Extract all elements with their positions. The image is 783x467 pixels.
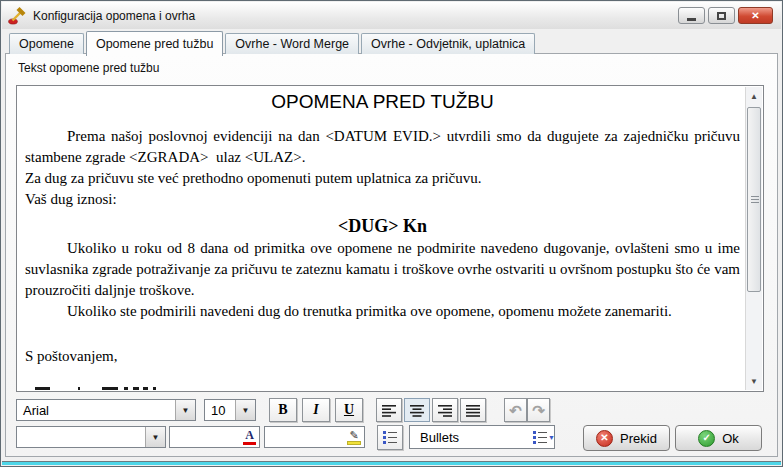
title-bar[interactable]: Konfiguracija opomena i ovrha ✕ xyxy=(2,2,781,29)
ok-button[interactable]: ✓ Ok xyxy=(675,425,762,451)
undo-icon: ↶ xyxy=(509,403,522,418)
vertical-scrollbar[interactable]: ▲ ▼ xyxy=(745,87,762,390)
redo-button[interactable]: ↷ xyxy=(527,398,550,422)
italic-icon: I xyxy=(313,402,318,418)
ok-icon: ✓ xyxy=(698,430,715,447)
clipped-text-line xyxy=(35,387,156,390)
cancel-button[interactable]: ✕ Prekid xyxy=(583,425,670,451)
font-family-value: Arial xyxy=(17,403,175,418)
ok-label: Ok xyxy=(722,431,739,446)
underline-button[interactable]: U xyxy=(335,398,363,422)
maximize-icon xyxy=(717,12,726,20)
undo-button[interactable]: ↶ xyxy=(504,398,527,422)
underline-icon: U xyxy=(344,402,354,418)
font-color-icon: A xyxy=(243,429,256,445)
tab-opomene-pred-tuzbu[interactable]: Opomene pred tužbu xyxy=(86,31,223,56)
debt-amount-placeholder: <DUG> Kn xyxy=(25,214,740,238)
thumb-gripper-icon xyxy=(751,196,759,204)
font-size-value: 10 xyxy=(205,403,235,418)
gavel-icon xyxy=(8,7,26,25)
highlight-icon: ✎ xyxy=(347,430,361,445)
tab-label: Ovrhe - Word Merge xyxy=(235,37,349,51)
bold-button[interactable]: B xyxy=(269,398,297,422)
justify-icon xyxy=(466,404,481,417)
list-style-value: Bullets xyxy=(410,430,534,445)
chevron-down-icon[interactable]: ▼ xyxy=(235,400,255,420)
paragraph: Vaš dug iznosi: xyxy=(25,189,740,210)
align-right-button[interactable] xyxy=(432,398,458,422)
chevron-down-icon[interactable]: ▼ xyxy=(175,400,195,420)
tab-strip: Opomene Opomene pred tužbu Ovrhe - Word … xyxy=(9,31,537,54)
window-title: Konfiguracija opomena i ovrha xyxy=(33,9,195,23)
closing-line: S poštovanjem, xyxy=(25,346,740,367)
scroll-down-icon[interactable]: ▼ xyxy=(746,373,762,389)
close-icon: ✕ xyxy=(751,11,759,21)
paragraph: Za dug za pričuvu ste već prethodno opom… xyxy=(25,168,740,189)
highlight-color-picker[interactable]: ✎ xyxy=(264,426,365,448)
font-color-picker[interactable]: A xyxy=(169,426,260,448)
document-heading: OPOMENA PRED TUŽBU xyxy=(25,90,740,114)
bullet-list-icon xyxy=(383,431,397,444)
chevron-down-icon[interactable]: ▼ xyxy=(145,427,165,447)
align-right-icon xyxy=(438,404,453,417)
tab-label: Opomene xyxy=(19,37,74,51)
editor-section-label: Tekst opomene pred tužbu xyxy=(18,61,159,75)
cancel-label: Prekid xyxy=(620,431,657,446)
cancel-icon: ✕ xyxy=(596,430,613,447)
tab-page: Tekst opomene pred tužbu OPOMENA PRED TU… xyxy=(5,53,778,457)
paragraph: Ukoliko ste podmirili navedeni dug do tr… xyxy=(25,301,740,322)
font-size-combobox[interactable]: 10 ▼ xyxy=(204,399,256,421)
justify-button[interactable] xyxy=(460,398,486,422)
scrollbar-thumb[interactable] xyxy=(747,107,761,292)
close-button[interactable]: ✕ xyxy=(738,7,773,24)
redo-icon: ↷ xyxy=(532,403,545,418)
chevron-down-icon: ▼ xyxy=(548,434,555,441)
tab-ovrhe-word-merge[interactable]: Ovrhe - Word Merge xyxy=(225,33,359,54)
align-left-button[interactable] xyxy=(376,398,402,422)
font-family-combobox[interactable]: Arial ▼ xyxy=(16,399,196,421)
scroll-up-icon[interactable]: ▲ xyxy=(746,88,762,104)
tab-ovrhe-odvjetnik-uplatnica[interactable]: Ovrhe - Odvjetnik, uplatnica xyxy=(361,33,535,54)
window-bottom-accent xyxy=(2,461,781,465)
list-style-combobox[interactable]: Bullets ▼ xyxy=(409,425,555,449)
maximize-button[interactable] xyxy=(708,7,735,24)
bold-icon: B xyxy=(278,402,287,418)
paragraph: Ukoliko u roku od 8 dana od primitka ove… xyxy=(25,238,740,301)
bullet-list-icon xyxy=(533,431,547,444)
document-text[interactable]: OPOMENA PRED TUŽBU Prema našoj poslovnoj… xyxy=(17,86,744,391)
align-center-icon xyxy=(410,404,425,417)
secondary-font-combobox[interactable]: ▼ xyxy=(16,426,166,448)
minimize-button[interactable] xyxy=(678,7,705,24)
list-style-dropdown-icon[interactable]: ▼ xyxy=(534,431,554,444)
tab-label: Ovrhe - Odvjetnik, uplatnica xyxy=(371,37,525,51)
align-left-icon xyxy=(382,404,397,417)
rich-text-editor[interactable]: OPOMENA PRED TUŽBU Prema našoj poslovnoj… xyxy=(16,85,764,392)
align-center-button[interactable] xyxy=(404,398,430,422)
paragraph: Prema našoj poslovnoj evidenciji na dan … xyxy=(25,126,740,168)
bullet-list-button[interactable] xyxy=(377,425,403,450)
italic-button[interactable]: I xyxy=(302,398,330,422)
tab-label: Opomene pred tužbu xyxy=(96,37,213,51)
tab-opomene[interactable]: Opomene xyxy=(9,33,84,54)
minimize-icon xyxy=(687,18,696,21)
dialog-window: Konfiguracija opomena i ovrha ✕ Opomene … xyxy=(0,0,783,467)
